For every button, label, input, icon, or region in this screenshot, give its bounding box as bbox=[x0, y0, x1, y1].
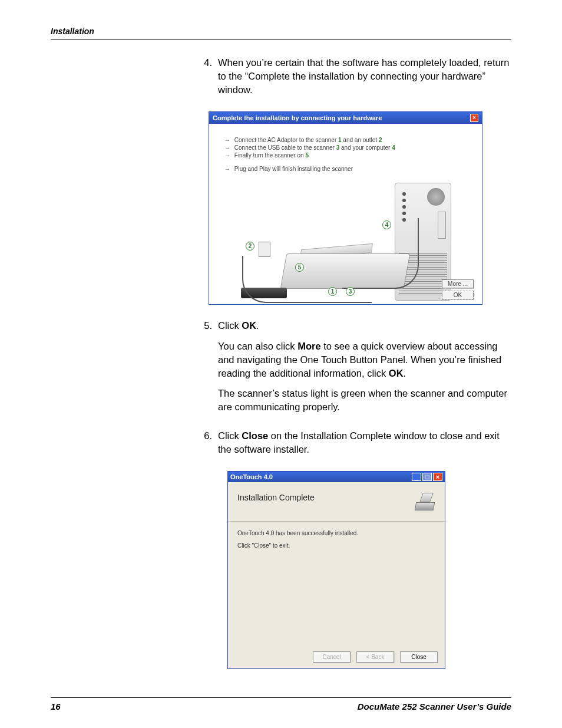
doc-title: DocuMate 252 Scanner User’s Guide bbox=[358, 701, 511, 711]
minimize-icon[interactable]: _ bbox=[412, 473, 421, 481]
step-5-line2: You can also click More to see a quick o… bbox=[218, 340, 511, 380]
page-footer: 16 DocuMate 252 Scanner User’s Guide bbox=[51, 697, 511, 711]
step-6: 6. Click Close on the Installation Compl… bbox=[203, 429, 511, 463]
win1-titlebar: Complete the installation by connecting … bbox=[209, 112, 482, 124]
win2-header: Installation Complete bbox=[228, 482, 445, 522]
step-5-line3: The scanner’s status light is green when… bbox=[218, 387, 511, 414]
cancel-button[interactable]: Cancel bbox=[313, 651, 351, 663]
win2-body-line2: Click "Close" to exit. bbox=[237, 542, 435, 549]
win1-body: → Connect the AC Adaptor to the scanner … bbox=[209, 124, 482, 304]
ok-button[interactable]: OK bbox=[442, 291, 474, 299]
page-number: 16 bbox=[51, 701, 61, 711]
install-complete-heading: Installation Complete bbox=[237, 493, 315, 502]
hardware-connect-window: Complete the installation by connecting … bbox=[209, 111, 482, 305]
win1-line3: → Finally turn the scanner on 5 bbox=[224, 152, 467, 159]
win1-line1: → Connect the AC Adaptor to the scanner … bbox=[224, 137, 467, 143]
outlet-illustration bbox=[259, 242, 270, 257]
back-button[interactable]: < Back bbox=[356, 651, 394, 663]
win1-line2: → Connect the USB cable to the scanner 3… bbox=[224, 144, 467, 151]
win1-line4: → Plug and Play will finish installing t… bbox=[224, 166, 467, 172]
step-6-text: Click Close on the Installation Complete… bbox=[218, 429, 511, 456]
page-header: Installation bbox=[51, 26, 511, 39]
more-button[interactable]: More ... bbox=[442, 279, 474, 288]
close-button[interactable]: Close bbox=[400, 651, 438, 663]
step-4: 4. When you’re certain that the software… bbox=[203, 56, 511, 103]
step-6-number: 6. bbox=[203, 429, 218, 463]
close-icon[interactable]: × bbox=[470, 114, 478, 122]
win2-titlebar: OneTouch 4.0 _ □ × bbox=[228, 472, 445, 482]
arrow-icon: → bbox=[224, 152, 230, 159]
maximize-icon[interactable]: □ bbox=[422, 473, 432, 481]
arrow-icon: → bbox=[224, 166, 230, 172]
arrow-icon: → bbox=[224, 137, 230, 143]
win2-body-line1: OneTouch 4.0 has been successfully insta… bbox=[237, 530, 435, 536]
section-title: Installation bbox=[51, 27, 94, 36]
content-area: 4. When you’re certain that the software… bbox=[203, 56, 511, 669]
step-5-line1: Click OK. bbox=[218, 319, 511, 332]
win2-title-text: OneTouch 4.0 bbox=[230, 473, 273, 480]
hardware-diagram: 1 2 3 4 5 bbox=[224, 183, 467, 297]
step-5-number: 5. bbox=[203, 319, 218, 421]
callout-2: 2 bbox=[246, 242, 254, 251]
step-4-text: When you’re certain that the software ha… bbox=[218, 56, 511, 96]
scanner-icon bbox=[415, 493, 435, 510]
win1-title-text: Complete the installation by connecting … bbox=[213, 114, 382, 121]
win2-footer: Cancel < Back Close bbox=[228, 645, 445, 668]
close-icon[interactable]: × bbox=[433, 473, 442, 481]
install-complete-window: OneTouch 4.0 _ □ × Installation Complete… bbox=[227, 471, 445, 669]
step-4-number: 4. bbox=[203, 56, 218, 103]
step-5: 5. Click OK. You can also click More to … bbox=[203, 319, 511, 421]
arrow-icon: → bbox=[224, 144, 230, 151]
win2-body: OneTouch 4.0 has been successfully insta… bbox=[228, 522, 445, 645]
